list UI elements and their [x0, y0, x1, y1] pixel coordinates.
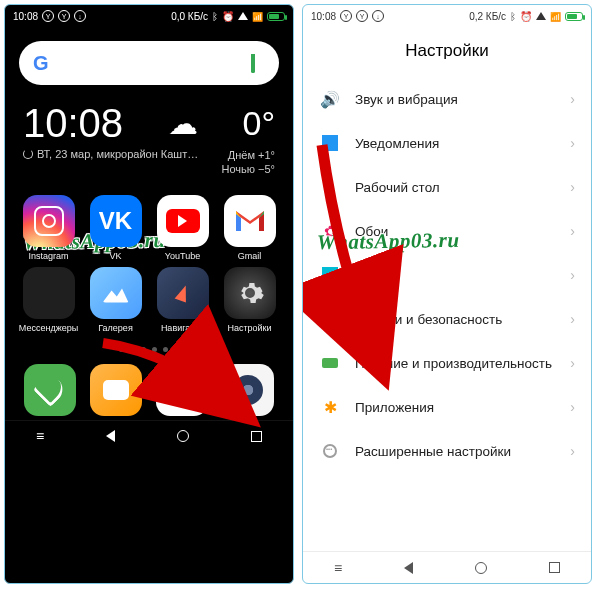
settings-item-home-screen[interactable]: ⌂ Рабочий стол › [303, 165, 591, 209]
signal-icon [536, 12, 546, 20]
status-network-speed: 0,0 КБ/с [171, 11, 208, 22]
status-time: 10:08 [13, 11, 38, 22]
app-grid: Instagram VK VK YouTube Gmail [5, 187, 293, 341]
vk-icon: VK [90, 195, 142, 247]
nav-recent-button[interactable] [549, 562, 560, 573]
app-gmail[interactable]: Gmail [218, 195, 281, 261]
widget-temperature: 0° [242, 104, 275, 143]
chevron-right-icon: › [570, 311, 575, 327]
gmail-icon [224, 195, 276, 247]
status-time: 10:08 [311, 11, 336, 22]
alarm-icon: ⏰ [520, 11, 532, 22]
notification-badge: 2 [196, 362, 210, 376]
dock-messages[interactable] [90, 364, 142, 416]
chevron-right-icon: › [570, 399, 575, 415]
alarm-icon: ⏰ [222, 11, 234, 22]
chevron-right-icon: › [570, 267, 575, 283]
widget-clock: 10:08 [23, 101, 123, 146]
status-app-icon: ↓ [372, 10, 384, 22]
page-indicator[interactable] [5, 347, 293, 352]
nav-menu-icon[interactable]: ≡ [334, 560, 342, 576]
app-settings[interactable]: Настройки [218, 267, 281, 333]
watermark: WhatsApp03.ru [317, 228, 460, 255]
settings-item-apps[interactable]: ✱ Приложения › [303, 385, 591, 429]
weather-cloud-icon: ☁ [168, 106, 198, 141]
chevron-right-icon: › [570, 443, 575, 459]
app-navigator[interactable]: Навигатор [151, 267, 214, 333]
status-app-icon: Y [58, 10, 70, 22]
settings-title: Настройки [303, 27, 591, 77]
dock-chrome[interactable]: 2 2 [156, 364, 208, 416]
dock: 2 2 [5, 358, 293, 420]
refresh-icon [23, 149, 33, 159]
status-bar: 10:08 Y Y ↓ 0,0 КБ/с ᛒ ⏰ [5, 5, 293, 27]
camera-icon [222, 364, 274, 416]
battery-icon [267, 12, 285, 21]
voice-search-icon[interactable] [251, 54, 265, 72]
apps-icon: ✱ [319, 396, 341, 418]
nav-menu-icon[interactable]: ≡ [36, 428, 44, 444]
status-bar: 10:08 Y Y ↓ 0,2 КБ/с ᛒ ⏰ [303, 5, 591, 27]
widget-date: ВТ, 23 мар, микрорайон Кашт… [23, 148, 198, 160]
settings-item-security[interactable]: Пароли и безопасность › [303, 297, 591, 341]
chrome-icon: 2 2 [156, 364, 208, 416]
phone-home-screen: 10:08 Y Y ↓ 0,0 КБ/с ᛒ ⏰ G 10:08 ☁ 0° [4, 4, 294, 584]
instagram-icon [23, 195, 75, 247]
status-app-icon: Y [42, 10, 54, 22]
navigation-bar: ≡ [303, 551, 591, 583]
svg-point-3 [178, 386, 186, 394]
gallery-icon [90, 267, 142, 319]
settings-item-themes[interactable]: Темы › [303, 253, 591, 297]
wifi-icon [252, 11, 263, 22]
nav-home-button[interactable] [177, 430, 189, 442]
nav-back-button[interactable] [106, 430, 115, 442]
status-app-icon: Y [356, 10, 368, 22]
dock-phone[interactable] [24, 364, 76, 416]
advanced-icon [319, 440, 341, 462]
nav-recent-button[interactable] [251, 431, 262, 442]
home-screen-icon: ⌂ [319, 176, 341, 198]
sound-icon: 🔊 [319, 88, 341, 110]
folder-icon [23, 267, 75, 319]
battery-perf-icon [319, 352, 341, 374]
dock-camera[interactable] [222, 364, 274, 416]
settings-item-battery[interactable]: Питание и производительность › [303, 341, 591, 385]
settings-list: 🔊 Звук и вибрация › Уведомления › ⌂ Рабо… [303, 77, 591, 473]
weather-widget[interactable]: 10:08 ☁ 0° [5, 93, 293, 148]
bluetooth-icon: ᛒ [212, 11, 218, 22]
status-app-icon: ↓ [74, 10, 86, 22]
messages-icon [90, 364, 142, 416]
settings-item-notifications[interactable]: Уведомления › [303, 121, 591, 165]
forecast-night: Ночью −5° [221, 162, 275, 176]
chevron-right-icon: › [570, 355, 575, 371]
google-search-bar[interactable]: G [19, 41, 279, 85]
phone-settings-screen: 10:08 Y Y ↓ 0,2 КБ/с ᛒ ⏰ Настройки 🔊 Зву… [302, 4, 592, 584]
status-app-icon: Y [340, 10, 352, 22]
weather-widget-details: ВТ, 23 мар, микрорайон Кашт… Днём +1° Но… [5, 148, 293, 187]
bluetooth-icon: ᛒ [510, 11, 516, 22]
settings-item-sound[interactable]: 🔊 Звук и вибрация › [303, 77, 591, 121]
chevron-right-icon: › [570, 179, 575, 195]
forecast-day: Днём +1° [221, 148, 275, 162]
chevron-right-icon: › [570, 135, 575, 151]
lock-icon [319, 308, 341, 330]
signal-icon [238, 12, 248, 20]
google-logo-icon: G [33, 52, 49, 75]
phone-icon [24, 364, 76, 416]
chevron-right-icon: › [570, 91, 575, 107]
navigation-bar: ≡ [5, 420, 293, 452]
themes-icon [319, 264, 341, 286]
app-gallery[interactable]: Галерея [84, 267, 147, 333]
youtube-icon [157, 195, 209, 247]
app-folder-messengers[interactable]: Мессенджеры [17, 267, 80, 333]
settings-item-advanced[interactable]: Расширенные настройки › [303, 429, 591, 473]
navigator-icon [157, 267, 209, 319]
status-network-speed: 0,2 КБ/с [469, 11, 506, 22]
wifi-icon [550, 11, 561, 22]
chevron-right-icon: › [570, 223, 575, 239]
nav-back-button[interactable] [404, 562, 413, 574]
battery-icon [565, 12, 583, 21]
settings-gear-icon [224, 267, 276, 319]
nav-home-button[interactable] [475, 562, 487, 574]
notifications-icon [319, 132, 341, 154]
